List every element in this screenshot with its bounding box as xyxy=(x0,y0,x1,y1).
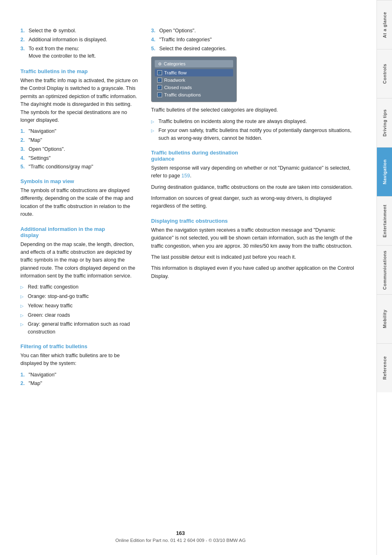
intro-step-3: 3. To exit from the menu:Move the contro… xyxy=(20,45,139,60)
screenshot-item-roadwork: ✓ Roadwork xyxy=(155,76,233,84)
section6-body3: This information is displayed even if yo… xyxy=(151,264,356,280)
section1-step-5: 5. "Traffic conditions/gray map" xyxy=(20,163,139,171)
section2-heading: Symbols in map view xyxy=(20,178,139,184)
section4-step-2: 2. "Map" xyxy=(20,380,139,387)
section5-body1: System response will vary depending on w… xyxy=(151,164,356,180)
right-step-4: 4. "Traffic Info categories" xyxy=(151,36,356,44)
after-screenshot-text: Traffic bulletins of the selected catego… xyxy=(151,106,356,114)
screenshot-title: Categories xyxy=(164,61,185,66)
section4-heading: Filtering of traffic bulletins xyxy=(20,343,139,349)
footer-text: Online Edition for Part no. 01 41 2 604 … xyxy=(0,538,361,543)
sidebar-tab-communications[interactable]: Communications xyxy=(377,245,392,294)
intro-steps-list: 1. Select the ⚙ symbol. 2. Additional in… xyxy=(20,27,139,60)
section6-body1: When the navigation system receives a tr… xyxy=(151,226,356,250)
section1-heading: Traffic bulletins in the map xyxy=(20,68,139,74)
arrow-icon: ▷ xyxy=(151,128,156,142)
arrow-icon: ▷ xyxy=(20,284,25,291)
arrow-icon: ▷ xyxy=(20,303,25,310)
sidebar-tab-mobility[interactable]: Mobility xyxy=(377,294,392,343)
bullet-red: ▷ Red: traffic congestion xyxy=(20,283,139,291)
screenshot-item-traffic-flow: ✓ Traffic flow xyxy=(155,69,233,76)
right-bullet-2: ▷ For your own safety, traffic bulletins… xyxy=(151,127,356,142)
right-step-5: 5. Select the desired categories. xyxy=(151,45,356,53)
arrow-icon: ▷ xyxy=(20,293,25,300)
section2-body: The symbols of traffic obstructions are … xyxy=(20,187,139,219)
section1-body: When the traffic info map is activated, … xyxy=(20,77,139,124)
section4-step-1: 1. "Navigation" xyxy=(20,371,139,379)
categories-screenshot: ⚙ Categories ✓ Traffic flow ✓ Roadwork ✓… xyxy=(151,56,237,102)
section3-heading: Additional information in the mapdisplay xyxy=(20,226,139,238)
sidebar: At a glance Controls Driving tips Naviga… xyxy=(376,0,392,555)
section4-body: You can filter which traffic bulletins a… xyxy=(20,352,139,368)
arrow-icon: ▷ xyxy=(20,312,25,319)
right-step-3: 3. Open "Options". xyxy=(151,27,356,35)
section5-body2: During destination guidance, traffic obs… xyxy=(151,184,356,191)
checkbox-traffic-disruptions: ✓ xyxy=(157,92,162,97)
checkbox-traffic-flow: ✓ xyxy=(157,70,162,75)
sidebar-tab-driving-tips[interactable]: Driving tips xyxy=(377,98,392,147)
section6-heading: Displaying traffic obstructions xyxy=(151,218,356,224)
sidebar-tab-at-a-glance[interactable]: At a glance xyxy=(377,0,392,49)
right-column: 3. Open "Options". 4. "Traffic Info cate… xyxy=(151,25,356,392)
settings-icon: ⚙ xyxy=(53,28,57,34)
right-bullet-1: ▷ Traffic bulletins on incidents along t… xyxy=(151,118,356,125)
bullet-yellow: ▷ Yellow: heavy traffic xyxy=(20,302,139,310)
sidebar-tab-reference[interactable]: Reference xyxy=(377,343,392,392)
section1-step-4: 4. "Settings" xyxy=(20,154,139,162)
intro-step-1: 1. Select the ⚙ symbol. xyxy=(20,27,139,35)
page-number: 163 xyxy=(0,530,361,536)
checkbox-roadwork: ✓ xyxy=(157,78,162,83)
section4-steps: 1. "Navigation" 2. "Map" xyxy=(20,371,139,388)
sidebar-tab-navigation[interactable]: Navigation xyxy=(377,147,392,196)
section1-step-2: 2. "Map" xyxy=(20,137,139,144)
section3-body: Depending on the map scale, the length, … xyxy=(20,241,139,280)
section1-step-1: 1. "Navigation" xyxy=(20,128,139,135)
page-footer: 163 Online Edition for Part no. 01 41 2 … xyxy=(0,530,361,543)
screenshot-item-traffic-disruptions: ✓ Traffic disruptions xyxy=(155,91,233,98)
screenshot-item-closed-roads: ✓ Closed roads xyxy=(155,84,233,91)
arrow-icon: ▷ xyxy=(151,119,156,125)
arrow-icon: ▷ xyxy=(20,321,25,336)
bullet-orange: ▷ Orange: stop-and-go traffic xyxy=(20,293,139,300)
left-column: 1. Select the ⚙ symbol. 2. Additional in… xyxy=(20,25,139,392)
sidebar-tab-entertainment[interactable]: Entertainment xyxy=(377,196,392,245)
section1-step-3: 3. Open "Options". xyxy=(20,145,139,153)
section5-body3: Information on sources of great danger, … xyxy=(151,195,356,210)
bullet-green: ▷ Green: clear roads xyxy=(20,311,139,319)
main-content: 1. Select the ⚙ symbol. 2. Additional in… xyxy=(0,0,376,555)
section6-body2: The last possible detour exit is indicat… xyxy=(151,253,356,261)
right-steps: 3. Open "Options". 4. "Traffic Info cate… xyxy=(151,27,356,52)
right-bullets: ▷ Traffic bulletins on incidents along t… xyxy=(151,118,356,142)
page-159-link[interactable]: 159 xyxy=(181,173,190,179)
bullet-gray: ▷ Gray: general traffic information such… xyxy=(20,320,139,336)
section5-heading: Traffic bulletins during destinationguid… xyxy=(151,150,356,162)
intro-step-2: 2. Additional information is displayed. xyxy=(20,36,139,44)
section1-steps: 1. "Navigation" 2. "Map" 3. Open "Option… xyxy=(20,128,139,171)
sidebar-tab-controls[interactable]: Controls xyxy=(377,49,392,98)
categories-icon: ⚙ xyxy=(158,62,162,66)
checkbox-closed-roads: ✓ xyxy=(157,85,162,90)
section3-bullets: ▷ Red: traffic congestion ▷ Orange: stop… xyxy=(20,283,139,336)
screenshot-title-bar: ⚙ Categories xyxy=(155,60,233,67)
